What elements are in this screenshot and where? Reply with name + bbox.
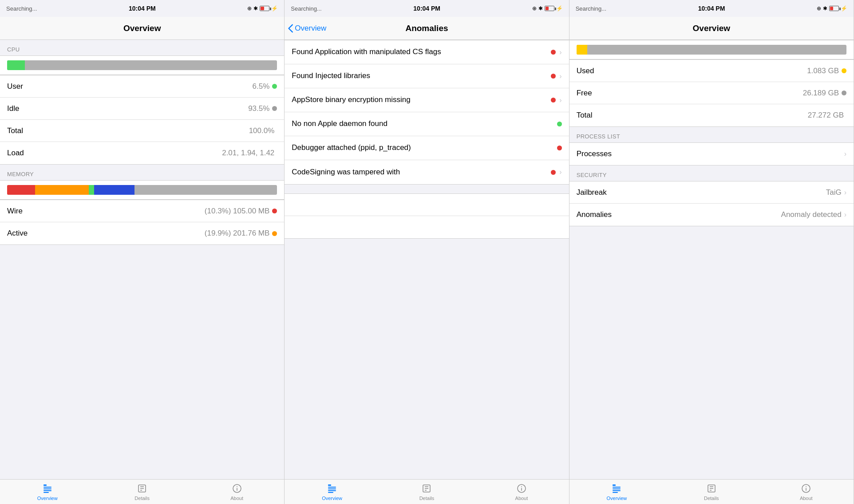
status-time-1: 10:04 PM [129, 5, 156, 12]
nav-title-3: Overview [693, 24, 731, 33]
svg-rect-0 [43, 484, 47, 486]
tab-overview-2[interactable]: Overview [285, 483, 379, 501]
screen-2: Searching... 10:04 PM ⊕ ✱ ⚡ Overview Ano… [285, 0, 569, 504]
tab-label: Overview [606, 496, 627, 501]
nav-back-button[interactable]: Overview [288, 24, 326, 33]
memory-section-header: MEMORY [0, 165, 284, 180]
row-value: (19.9%) 201.76 MB [205, 229, 269, 238]
list-item[interactable]: Processes › [569, 143, 854, 165]
tab-label: Details [134, 496, 150, 501]
list-item[interactable]: CodeSigning was tampered with › [285, 160, 569, 184]
mem-free [89, 185, 94, 195]
row-value: 93.5% [248, 104, 269, 113]
chevron-icon: › [559, 168, 561, 176]
svg-point-35 [806, 487, 807, 487]
svg-rect-14 [328, 488, 336, 489]
storage-used [577, 45, 587, 55]
row-value: 1.083 GB [807, 67, 839, 75]
chevron-icon: › [559, 48, 561, 56]
row-value: 26.189 GB [803, 89, 839, 98]
blank-rows [285, 193, 569, 239]
tab-overview-3[interactable]: Overview [569, 483, 664, 501]
dot-indicator [842, 91, 846, 95]
list-item[interactable]: Anomalies Anomaly detected › [569, 204, 854, 226]
dot-indicator [272, 84, 277, 89]
security-header: SECURITY [569, 165, 854, 181]
row-label: User [7, 82, 253, 91]
table-row: User 6.5% [0, 75, 284, 98]
row-label: Wire [7, 207, 205, 216]
row-label: Free [577, 89, 803, 98]
screen-1: Searching... 10:04 PM ⊕ ✱ ⚡ Overview CPU… [0, 0, 285, 504]
charging-icon: ⚡ [841, 5, 847, 12]
anomaly-indicators: › [551, 72, 561, 80]
nav-bar-3: Overview [569, 17, 854, 40]
battery-icon [260, 6, 269, 11]
dot-indicator [551, 50, 556, 55]
bluetooth-icon: ✱ [253, 5, 258, 12]
svg-rect-3 [43, 490, 51, 491]
tab-about-3[interactable]: About [759, 483, 854, 501]
table-row: Load 2.01, 1.94, 1.42 [0, 142, 284, 164]
table-row: Idle 93.5% [0, 98, 284, 120]
svg-rect-15 [328, 490, 336, 491]
anomalies-list: Found Application with manipulated CS fl… [285, 40, 569, 185]
tab-about-1[interactable]: About [190, 483, 284, 501]
anomaly-indicators [557, 122, 562, 126]
overview-icon [42, 483, 53, 494]
row-label: Processes [577, 150, 844, 158]
chevron-icon: › [844, 211, 846, 219]
anomaly-indicators: › [551, 48, 561, 56]
svg-rect-2 [43, 488, 51, 489]
chevron-icon: › [559, 72, 561, 80]
chevron-icon: › [844, 189, 846, 197]
mem-active [35, 185, 89, 195]
details-icon [706, 483, 717, 494]
svg-rect-28 [613, 492, 618, 493]
status-signal-2: Searching... [291, 5, 321, 12]
overview-icon [326, 483, 338, 494]
svg-rect-13 [328, 487, 336, 488]
details-icon [136, 483, 148, 494]
battery-icon [545, 6, 554, 11]
tab-bar-1: Overview Details About [0, 479, 284, 504]
row-value: 100.0% [249, 126, 275, 135]
row-value: TaiG [826, 188, 842, 197]
tab-details-1[interactable]: Details [95, 483, 189, 501]
row-label: Total [577, 111, 808, 120]
status-time-3: 10:04 PM [698, 5, 725, 12]
list-item: No non Apple daemon found [285, 112, 569, 136]
row-value: Anomaly detected [781, 210, 842, 219]
tab-label: Details [704, 496, 719, 501]
dot-indicator [272, 231, 277, 236]
table-row: Active (19.9%) 201.76 MB [0, 222, 284, 244]
list-item[interactable]: Found Application with manipulated CS fl… [285, 40, 569, 64]
row-label: Used [577, 67, 807, 75]
screen-3: Searching... 10:04 PM ⊕ ✱ ⚡ Overview Use… [569, 0, 854, 504]
dot-indicator [557, 122, 562, 126]
tab-label: Overview [37, 496, 58, 501]
cpu-fill [7, 60, 25, 70]
anomaly-indicators [557, 146, 562, 150]
dot-indicator [272, 106, 277, 111]
tab-details-2[interactable]: Details [380, 483, 474, 501]
row-label: Jailbreak [577, 188, 826, 197]
table-row: Total 100.0% [0, 120, 284, 142]
tab-details-3[interactable]: Details [664, 483, 759, 501]
row-value: 2.01, 1.94, 1.42 [222, 149, 274, 158]
status-bar-3: Searching... 10:04 PM ⊕ ✱ ⚡ [569, 0, 854, 17]
cpu-section-header: CPU [0, 40, 284, 55]
anomaly-text: CodeSigning was tampered with [292, 167, 551, 177]
memory-rows: Wire (10.3%) 105.00 MB Active (19.9%) 20… [0, 200, 284, 245]
table-row: Free 26.189 GB [569, 82, 854, 104]
storage-rows: Used 1.083 GB Free 26.189 GB Total 27.27… [569, 59, 854, 127]
list-item[interactable]: AppStore binary encryption missing › [285, 88, 569, 112]
anomaly-indicators: › [551, 96, 561, 104]
list-item[interactable]: Jailbreak TaiG › [569, 181, 854, 204]
list-item[interactable]: Found Injected libraries › [285, 64, 569, 88]
tab-about-2[interactable]: About [474, 483, 569, 501]
chevron-icon: › [559, 96, 561, 104]
dot-indicator [551, 98, 556, 102]
anomaly-text: AppStore binary encryption missing [292, 95, 551, 105]
tab-overview-1[interactable]: Overview [0, 483, 95, 501]
